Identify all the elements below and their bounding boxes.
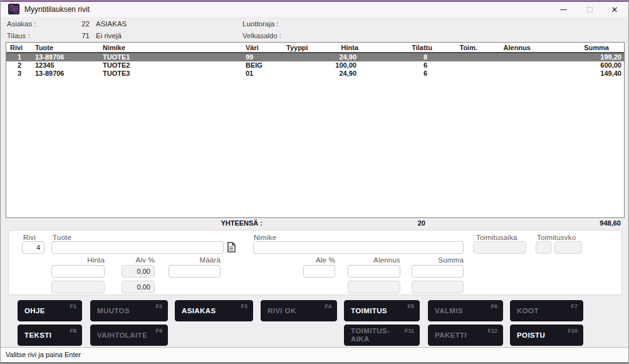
cell-alennus: [479, 61, 533, 70]
cell-summa: 199,20: [533, 53, 624, 61]
maara-input[interactable]: [169, 265, 221, 278]
cell-tilattu: 6: [358, 70, 432, 78]
rivi-label: Rivi: [23, 234, 36, 241]
cell-nimike: TUOTE3: [100, 70, 243, 78]
cell-summa: 600,00: [533, 61, 624, 70]
totals-tilattu: 20: [356, 219, 425, 227]
cell-tilattu: 8: [358, 53, 432, 61]
cell-nimike: TUOTE1: [100, 53, 243, 61]
minimize-button[interactable]: [551, 2, 576, 17]
col-header-hinta[interactable]: Hinta: [322, 44, 358, 51]
alv-label: Alv %: [122, 256, 155, 264]
nimike-label: Nimike: [254, 234, 276, 241]
toimitusvko-input-1[interactable]: [536, 241, 551, 254]
app-logo-icon: [8, 4, 19, 14]
valmis-button[interactable]: VALMISF6: [428, 300, 503, 321]
muutos-button[interactable]: MUUTOSF2: [90, 300, 168, 321]
alennus-label: Alennus: [348, 256, 400, 264]
cell-hinta: 24,90: [322, 53, 358, 61]
cell-nimike: TUOTE2: [100, 61, 243, 70]
col-header-summa[interactable]: Summa: [533, 44, 624, 51]
tilaus-value: 71: [68, 32, 90, 39]
col-header-tuote[interactable]: Tuote: [33, 44, 100, 51]
col-header-vari[interactable]: Väri: [243, 44, 283, 51]
hinta-input-2[interactable]: [51, 281, 105, 293]
table-header-row: Rivi Tuote Nimike Väri Tyyppi Hinta Tila…: [6, 43, 624, 53]
col-header-toim[interactable]: Toim.: [432, 44, 479, 51]
document-icon[interactable]: [227, 242, 236, 255]
cell-alennus: [479, 70, 533, 78]
cell-tyyppi: [283, 53, 322, 61]
toimitusaika-label: Toimitusaika: [476, 234, 517, 241]
ohje-button[interactable]: OHJEF1: [18, 300, 82, 321]
cell-alennus: [479, 53, 533, 61]
maara-label: Määrä: [169, 256, 221, 264]
cell-tuote: 13-89706: [33, 70, 100, 78]
order-rows-table: Rivi Tuote Nimike Väri Tyyppi Hinta Tila…: [6, 42, 625, 218]
hinta-label: Hinta: [51, 256, 105, 264]
row-entry-form: Rivi Tuote Nimike Toimitusaika Toimitusv…: [8, 230, 622, 295]
toimitusaika-input[interactable]: [473, 241, 526, 254]
table-row[interactable]: 3 13-89706 TUOTE3 01 24,90 6 149,40: [6, 70, 624, 78]
close-button[interactable]: ✕: [601, 2, 628, 17]
close-icon: ✕: [611, 5, 618, 14]
toimitus-button[interactable]: TOIMITUSF5: [344, 300, 420, 321]
cell-hinta: 100,00: [322, 61, 358, 70]
alv-input-2[interactable]: [122, 281, 155, 293]
asiakas-button[interactable]: ASIAKASF3: [175, 300, 253, 321]
col-header-tyyppi[interactable]: Tyyppi: [283, 44, 322, 51]
toimitusaika-button[interactable]: TOIMITUS-AIKAF11: [344, 325, 420, 346]
col-header-rivi[interactable]: Rivi: [6, 44, 33, 51]
luottoraja-label: Luottoraja :: [242, 20, 279, 28]
tilaus-label: Tilaus :: [7, 32, 30, 39]
vaihtolaite-button[interactable]: VAIHTOLAITEF9: [90, 325, 168, 346]
toimitusvko-input-2[interactable]: [554, 241, 582, 254]
cell-tilattu: 6: [358, 61, 432, 70]
app-window: Myyntitilauksen rivit ✕ Asiakas : 22 ASI…: [0, 0, 629, 364]
paketti-button[interactable]: PAKETTIF12: [428, 325, 503, 346]
col-header-tilattu[interactable]: Tilattu: [358, 44, 432, 51]
cell-tuote: 12345: [33, 61, 100, 70]
cell-hinta: 24,90: [322, 70, 358, 78]
alennus-input-2[interactable]: [348, 281, 400, 293]
cell-vari: BEIG: [243, 61, 283, 70]
hinta-input[interactable]: [51, 265, 105, 278]
col-header-nimike[interactable]: Nimike: [100, 44, 243, 51]
maximize-button[interactable]: [577, 2, 602, 17]
asiakas-name: ASIAKAS: [96, 20, 127, 28]
cell-toim: [432, 70, 479, 78]
asiakas-label: Asiakas :: [7, 20, 36, 28]
col-header-alennus[interactable]: Alennus: [479, 44, 533, 51]
minimize-icon: [560, 9, 567, 10]
table-row[interactable]: 2 12345 TUOTE2 BEIG 100,00 6 600,00: [6, 61, 624, 70]
cell-summa: 149,40: [533, 70, 624, 78]
table-row[interactable]: 1 13-89706 TUOTE1 99 24,90 8 199,20: [6, 53, 624, 61]
summa-label: Summa: [412, 256, 464, 264]
rivi-input[interactable]: [22, 241, 44, 254]
teksti-button[interactable]: TEKSTIF8: [18, 325, 82, 346]
alv-input[interactable]: [122, 265, 155, 278]
totals-summa: 948,60: [533, 219, 621, 227]
rivi-ok-button[interactable]: RIVI OKF4: [261, 300, 337, 321]
cell-rivi: 2: [6, 61, 33, 70]
cell-toim: [432, 53, 479, 61]
summa-input-2[interactable]: [412, 281, 464, 293]
velkasaldo-label: Velkasaldo :: [242, 32, 281, 39]
toimitusvko-label: Toimitusvko: [537, 234, 576, 241]
nimike-input[interactable]: [253, 241, 464, 254]
summa-input[interactable]: [412, 265, 464, 278]
ale-input[interactable]: [303, 265, 335, 278]
tuote-input[interactable]: [51, 241, 224, 254]
cell-rivi: 1: [6, 53, 33, 61]
tilaus-status: Ei rivejä: [96, 32, 122, 39]
alennus-input[interactable]: [348, 265, 400, 278]
maximize-icon: [587, 7, 593, 13]
cell-tyyppi: [283, 61, 322, 70]
cell-toim: [432, 61, 479, 70]
totals-label: YHTEENSÄ :: [150, 219, 263, 227]
koot-button[interactable]: KOOTF7: [510, 300, 583, 321]
window-title: Myyntitilauksen rivit: [24, 5, 90, 14]
cell-tyyppi: [283, 70, 322, 78]
status-bar: Valitse rivi ja paina Enter: [1, 347, 628, 362]
poistu-button[interactable]: POISTUF10: [510, 325, 583, 346]
